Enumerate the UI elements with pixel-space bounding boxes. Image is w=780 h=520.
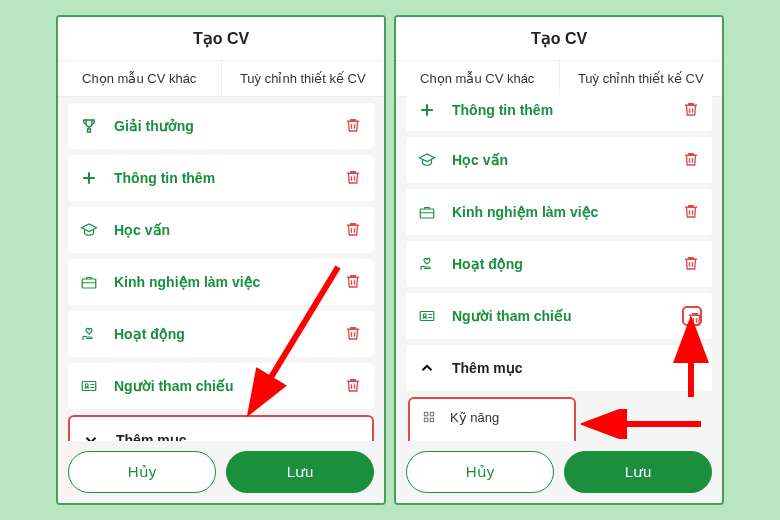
- trash-icon[interactable]: [682, 306, 702, 326]
- briefcase-icon: [78, 271, 100, 293]
- add-section-row[interactable]: Thêm mục: [406, 345, 712, 391]
- list-item-label: Hoạt động: [114, 326, 330, 342]
- svg-point-2: [85, 384, 88, 387]
- svg-rect-4: [420, 209, 434, 218]
- card-icon: [78, 375, 100, 397]
- cancel-button[interactable]: Hủy: [68, 451, 216, 493]
- graduation-icon: [416, 149, 438, 171]
- grid-icon: [420, 408, 438, 426]
- trophy-icon: [78, 115, 100, 137]
- chevron-down-icon: [80, 429, 102, 441]
- chevron-up-icon: [416, 357, 438, 379]
- list-item[interactable]: Thông tin thêm: [406, 95, 712, 131]
- list-item[interactable]: Giải thưởng: [68, 103, 374, 149]
- add-section-dropdown: Kỹ năng Sở thích: [408, 397, 576, 441]
- list-item-label: Học vấn: [114, 222, 330, 238]
- trash-icon[interactable]: [682, 100, 702, 120]
- trash-icon[interactable]: [344, 220, 364, 240]
- trash-icon[interactable]: [344, 272, 364, 292]
- card-icon: [416, 305, 438, 327]
- list-item-label: Kinh nghiệm làm việc: [452, 204, 668, 220]
- svg-rect-10: [430, 418, 434, 422]
- plus-icon: [416, 99, 438, 121]
- trash-icon[interactable]: [682, 150, 702, 170]
- list-item[interactable]: Hoạt động: [406, 241, 712, 287]
- phone-left: Tạo CV Chọn mẫu CV khác Tuỳ chỉnh thiết …: [56, 15, 386, 505]
- trash-icon[interactable]: [682, 202, 702, 222]
- list-item-label: Kinh nghiệm làm việc: [114, 274, 330, 290]
- svg-rect-5: [420, 312, 434, 321]
- page-title: Tạo CV: [396, 17, 722, 61]
- add-section-label: Thêm mục: [116, 432, 362, 441]
- add-section-label: Thêm mục: [452, 360, 702, 376]
- save-button[interactable]: Lưu: [564, 451, 712, 493]
- heart-hand-icon: [78, 323, 100, 345]
- list-item[interactable]: Người tham chiếu: [406, 293, 712, 339]
- briefcase-icon: [416, 201, 438, 223]
- list-item[interactable]: Kinh nghiệm làm việc: [406, 189, 712, 235]
- list-item-label: Giải thưởng: [114, 118, 330, 134]
- save-button[interactable]: Lưu: [226, 451, 374, 493]
- svg-rect-1: [82, 382, 96, 391]
- section-list: Thông tin thêm Học vấn Kinh nghiệm làm v…: [396, 89, 722, 441]
- dropdown-item-label: Kỹ năng: [450, 410, 499, 425]
- tab-bar: Chọn mẫu CV khác Tuỳ chỉnh thiết kế CV: [58, 61, 384, 97]
- footer: Hủy Lưu: [58, 441, 384, 503]
- trash-icon[interactable]: [682, 254, 702, 274]
- cancel-button[interactable]: Hủy: [406, 451, 554, 493]
- plus-icon: [78, 167, 100, 189]
- list-item[interactable]: Thông tin thêm: [68, 155, 374, 201]
- list-item[interactable]: Kinh nghiệm làm việc: [68, 259, 374, 305]
- list-item-label: Thông tin thêm: [114, 170, 330, 186]
- list-item[interactable]: Học vấn: [406, 137, 712, 183]
- footer: Hủy Lưu: [396, 441, 722, 503]
- trash-icon[interactable]: [344, 376, 364, 396]
- add-section-row[interactable]: Thêm mục: [68, 415, 374, 441]
- heart-hand-icon: [416, 253, 438, 275]
- list-item-label: Hoạt động: [452, 256, 668, 272]
- tab-customize[interactable]: Tuỳ chỉnh thiết kế CV: [222, 61, 385, 96]
- dropdown-item-skills[interactable]: Kỹ năng: [410, 399, 574, 435]
- trash-icon[interactable]: [344, 168, 364, 188]
- list-item[interactable]: Hoạt động: [68, 311, 374, 357]
- graduation-icon: [78, 219, 100, 241]
- list-item-label: Người tham chiếu: [452, 308, 668, 324]
- trash-icon[interactable]: [344, 116, 364, 136]
- svg-rect-0: [82, 279, 96, 288]
- list-item[interactable]: Người tham chiếu: [68, 363, 374, 409]
- svg-point-6: [423, 314, 426, 317]
- page-title: Tạo CV: [58, 17, 384, 61]
- phone-right: Tạo CV Chọn mẫu CV khác Tuỳ chỉnh thiết …: [394, 15, 724, 505]
- section-list: Giải thưởng Thông tin thêm Học vấn Kinh …: [58, 97, 384, 441]
- svg-rect-9: [424, 418, 428, 422]
- tab-template[interactable]: Chọn mẫu CV khác: [58, 61, 222, 96]
- list-item-label: Thông tin thêm: [452, 102, 668, 118]
- svg-rect-8: [430, 412, 434, 416]
- list-item-label: Người tham chiếu: [114, 378, 330, 394]
- svg-rect-7: [424, 412, 428, 416]
- trash-icon[interactable]: [344, 324, 364, 344]
- list-item-label: Học vấn: [452, 152, 668, 168]
- list-item[interactable]: Học vấn: [68, 207, 374, 253]
